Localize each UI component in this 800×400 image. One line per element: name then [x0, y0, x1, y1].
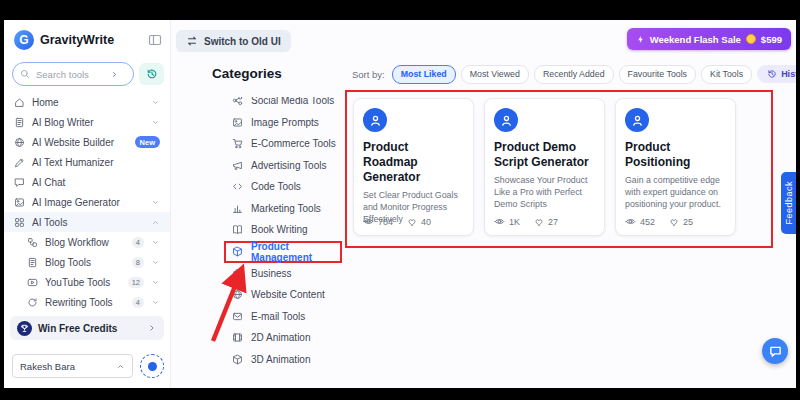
sidebar-nav: Home AI Blog Writer AI Website Builder N…	[4, 92, 170, 312]
category-item-website-content[interactable]: Website Content	[232, 284, 357, 306]
sidebar-item-label: Blog Workflow	[45, 237, 125, 248]
sidebar-item-ai-chat[interactable]: AI Chat	[4, 172, 170, 192]
history-button[interactable]: History	[757, 65, 796, 83]
sidebar-item-ai-text-humanizer[interactable]: AI Text Humanizer	[4, 152, 170, 172]
chevron-down-icon	[151, 238, 160, 247]
image-icon	[232, 117, 243, 128]
count-badge: 12	[128, 277, 144, 288]
filter-favourite-tools[interactable]: Favourite Tools	[619, 65, 697, 84]
sidebar: G GravityWrite Home A	[4, 20, 171, 388]
category-label: Image Prompts	[251, 117, 319, 128]
recent-tools-button[interactable]	[139, 63, 164, 85]
sidebar-item-label: AI Blog Writer	[32, 117, 144, 128]
category-label: Code Tools	[251, 181, 301, 192]
tool-description: Gain a competitive edge with expert guid…	[625, 175, 726, 211]
filter-most-viewed[interactable]: Most Viewed	[461, 65, 529, 84]
likes-heart-icon[interactable]	[534, 217, 544, 227]
sidebar-item-ai-tools[interactable]: AI Tools	[4, 212, 170, 232]
flash-sale-button[interactable]: Weekend Flash Sale $599	[627, 28, 791, 50]
chat-bubble-icon	[769, 345, 782, 358]
filter-recently-added[interactable]: Recently Added	[534, 65, 614, 84]
tool-title: Product Positioning	[625, 140, 726, 170]
flash-sale-price: $599	[761, 34, 782, 45]
filter-kit-tools[interactable]: Kit Tools	[701, 65, 752, 84]
swap-arrows-icon	[186, 35, 198, 47]
search-icon	[20, 69, 30, 79]
sidebar-item-rewriting-tools[interactable]: Rewriting Tools 4	[4, 292, 170, 312]
document-icon	[27, 257, 38, 268]
gravitywrite-logo-icon: G	[14, 30, 34, 50]
film-icon	[232, 332, 243, 343]
tool-description: Showcase Your Product Like a Pro with Pe…	[494, 175, 595, 211]
chevron-down-icon	[151, 98, 160, 107]
likes-heart-icon[interactable]	[407, 217, 417, 227]
user-menu[interactable]: Rakesh Bara	[12, 354, 133, 378]
category-item-business[interactable]: Business	[232, 263, 357, 285]
sidebar-item-ai-image-generator[interactable]: AI Image Generator	[4, 192, 170, 212]
feedback-button[interactable]: Feedback	[781, 172, 796, 234]
sidebar-item-ai-website-builder[interactable]: AI Website Builder New	[4, 132, 170, 152]
filter-label: Favourite Tools	[628, 69, 688, 79]
collapse-sidebar-button[interactable]	[148, 33, 162, 47]
image-icon	[14, 197, 25, 208]
count-badge: 4	[132, 237, 144, 248]
tool-card-product-demo-script-generator[interactable]: Product Demo Script Generator Showcase Y…	[484, 98, 605, 236]
category-item-image-prompts[interactable]: Image Prompts	[232, 112, 357, 134]
sidebar-item-label: Blog Tools	[45, 257, 125, 268]
category-item-e-commerce-tools[interactable]: E-Commerce Tools	[232, 133, 357, 155]
search-field[interactable]	[34, 68, 106, 81]
tool-stats: 452 25	[625, 216, 693, 227]
filter-label: Most Viewed	[470, 69, 520, 79]
sidebar-item-blog-workflow[interactable]: Blog Workflow 4	[4, 232, 170, 252]
category-item-marketing-tools[interactable]: Marketing Tools	[232, 198, 357, 220]
coin-icon	[746, 34, 756, 44]
chat-widget-button[interactable]	[762, 338, 788, 364]
chevron-down-icon	[151, 258, 160, 267]
sidebar-item-youtube-tools[interactable]: YouTube Tools 12	[4, 272, 170, 292]
chevron-down-icon	[151, 298, 160, 307]
tool-avatar-icon	[625, 108, 649, 132]
category-label: Business	[251, 268, 292, 279]
likes-heart-icon[interactable]	[669, 217, 679, 227]
category-item-code-tools[interactable]: Code Tools	[232, 176, 357, 198]
category-label: E-Commerce Tools	[251, 138, 336, 149]
views-eye-icon	[494, 216, 505, 227]
tool-card-product-roadmap-generator[interactable]: Product Roadmap Generator Set Clear Prod…	[353, 98, 474, 236]
history-icon	[146, 68, 158, 80]
brand-name: GravityWrite	[40, 33, 142, 47]
sidebar-item-label: AI Website Builder	[32, 137, 128, 148]
workflow-icon	[27, 237, 38, 248]
megaphone-icon	[232, 160, 243, 171]
globe-icon	[14, 137, 25, 148]
briefcase-icon	[232, 268, 243, 279]
category-item-2d-animation[interactable]: 2D Animation	[232, 327, 357, 349]
tool-card-product-positioning[interactable]: Product Positioning Gain a competitive e…	[615, 98, 736, 236]
credits-badge-icon[interactable]	[140, 354, 164, 378]
sidebar-item-home[interactable]: Home	[4, 92, 170, 112]
sidebar-item-blog-tools[interactable]: Blog Tools 8	[4, 252, 170, 272]
category-item-3d-animation[interactable]: 3D Animation	[232, 349, 357, 371]
category-label: 2D Animation	[251, 332, 310, 343]
cube-icon	[232, 354, 243, 365]
pencil-icon	[14, 157, 25, 168]
search-input[interactable]	[12, 62, 134, 86]
category-item-advertising-tools[interactable]: Advertising Tools	[232, 155, 357, 177]
views-eye-icon	[625, 216, 636, 227]
likes-count: 25	[683, 217, 693, 227]
category-item-e-mail-tools[interactable]: E-mail Tools	[232, 306, 357, 328]
sidebar-item-ai-blog-writer[interactable]: AI Blog Writer	[4, 112, 170, 132]
refresh-icon	[27, 297, 38, 308]
tool-stats: 704 40	[363, 216, 431, 227]
sidebar-item-label: AI Tools	[32, 217, 144, 228]
sidebar-item-win-free-credits[interactable]: Win Free Credits	[10, 316, 164, 340]
cart-icon	[232, 138, 243, 149]
category-item-product-management[interactable]: Product Management	[224, 241, 342, 263]
switch-to-old-ui-button[interactable]: Switch to Old UI	[176, 30, 291, 52]
filter-most-liked[interactable]: Most Liked	[392, 65, 456, 84]
category-item-book-writing[interactable]: Book Writing	[232, 219, 357, 241]
category-item-social-media-tools[interactable]: Social Media Tools	[232, 90, 357, 112]
sort-filter-row: Sort by: Most Liked Most Viewed Recently…	[352, 65, 774, 83]
category-label: Marketing Tools	[251, 203, 321, 214]
chevron-up-icon	[151, 218, 160, 227]
category-label: Website Content	[251, 289, 325, 300]
